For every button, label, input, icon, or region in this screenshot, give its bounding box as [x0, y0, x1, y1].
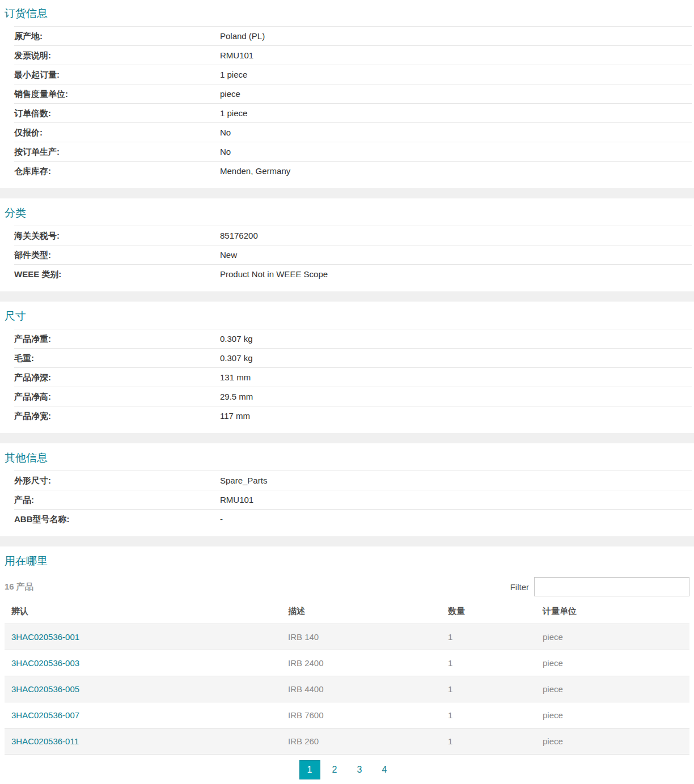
part-number-link[interactable]: 3HAC020536-007 [11, 710, 79, 720]
field-label: 产品净深: [14, 372, 220, 383]
quantity-cell: 1 [448, 728, 543, 755]
section-where-used: 用在哪里 16 产品 Filter 辨认 描述 数量 计量单位 [0, 546, 694, 779]
column-header-quantity: 数量 [448, 599, 543, 624]
table-row: 3HAC020536-011 IRB 260 1 piece [5, 728, 689, 755]
section-title-where-used: 用在哪里 [0, 546, 694, 574]
filter-group: Filter [510, 577, 689, 596]
field-label: 原产地: [14, 31, 220, 41]
description-cell: IRB 260 [288, 728, 448, 755]
field-label: 订单倍数: [14, 108, 220, 118]
detail-row: 最小起订量: 1 piece [14, 65, 692, 84]
filter-label: Filter [510, 582, 529, 592]
detail-row: 海关关税号: 85176200 [14, 226, 692, 245]
detail-row: 外形尺寸: Spare_Parts [14, 471, 692, 490]
description-cell: IRB 7600 [288, 702, 448, 728]
field-label: 毛重: [14, 353, 220, 363]
field-label: 产品净宽: [14, 411, 220, 421]
field-value: 117 mm [220, 411, 692, 421]
detail-row: 仓库库存: Menden, Germany [14, 161, 692, 180]
field-label: 按订单生产: [14, 147, 220, 157]
field-value: 131 mm [220, 372, 692, 383]
section-title-classification: 分类 [0, 198, 694, 226]
part-number-link[interactable]: 3HAC020536-011 [11, 736, 79, 746]
field-value: Poland (PL) [220, 31, 692, 41]
unit-cell: piece [543, 676, 689, 702]
field-label: 海关关税号: [14, 231, 220, 241]
field-label: 部件类型: [14, 250, 220, 260]
field-value: 85176200 [220, 231, 692, 241]
field-value: No [220, 147, 692, 157]
detail-row: 产品净高: 29.5 mm [14, 387, 692, 406]
field-value: Spare_Parts [220, 476, 692, 486]
section-divider [0, 188, 694, 198]
filter-input[interactable] [534, 577, 689, 596]
section-divider [0, 291, 694, 302]
field-label: 产品: [14, 495, 220, 505]
page-button-4[interactable]: 4 [374, 760, 395, 779]
description-cell: IRB 140 [288, 624, 448, 650]
column-header-unit: 计量单位 [543, 599, 689, 624]
where-used-table: 辨认 描述 数量 计量单位 3HAC020536-001 IRB 140 1 p… [5, 599, 689, 755]
field-label: ABB型号名称: [14, 514, 220, 524]
unit-cell: piece [543, 624, 689, 650]
section-divider [0, 433, 694, 443]
product-detail-page: 订货信息 原产地: Poland (PL) 发票说明: RMU101 最小起订量… [0, 0, 694, 784]
field-value: RMU101 [220, 50, 692, 61]
field-label: 最小起订量: [14, 70, 220, 80]
field-value: 1 piece [220, 108, 692, 118]
field-value: 1 piece [220, 70, 692, 80]
page-button-1[interactable]: 1 [299, 760, 320, 779]
field-value: Menden, Germany [220, 166, 692, 176]
quantity-cell: 1 [448, 624, 543, 650]
where-used-toolbar: 16 产品 Filter [0, 576, 694, 597]
field-label: 产品净重: [14, 334, 220, 344]
detail-row: 产品净深: 131 mm [14, 367, 692, 387]
section-classification: 分类 海关关税号: 85176200 部件类型: New WEEE 类别: Pr… [0, 198, 694, 283]
part-number-link[interactable]: 3HAC020536-003 [11, 658, 79, 668]
field-value: RMU101 [220, 495, 692, 505]
table-row: 3HAC020536-005 IRB 4400 1 piece [5, 676, 689, 702]
detail-row: 产品净宽: 117 mm [14, 406, 692, 425]
table-header-row: 辨认 描述 数量 计量单位 [5, 599, 689, 624]
part-number-link[interactable]: 3HAC020536-005 [11, 684, 79, 694]
page-button-2[interactable]: 2 [324, 760, 345, 779]
unit-cell: piece [543, 728, 689, 755]
unit-cell: piece [543, 650, 689, 676]
field-label: 仅报价: [14, 128, 220, 138]
detail-rows: 外形尺寸: Spare_Parts 产品: RMU101 ABB型号名称: - [14, 471, 692, 528]
field-value: piece [220, 89, 692, 99]
detail-row: 产品: RMU101 [14, 490, 692, 509]
field-label: WEEE 类别: [14, 269, 220, 279]
description-cell: IRB 2400 [288, 650, 448, 676]
detail-row: 部件类型: New [14, 245, 692, 264]
table-row: 3HAC020536-001 IRB 140 1 piece [5, 624, 689, 650]
column-header-description: 描述 [288, 599, 448, 624]
field-value: No [220, 128, 692, 138]
detail-row: WEEE 类别: Product Not in WEEE Scope [14, 264, 692, 283]
detail-row: 发票说明: RMU101 [14, 45, 692, 65]
field-value: 29.5 mm [220, 392, 692, 402]
field-value: - [220, 514, 692, 524]
page-button-3[interactable]: 3 [349, 760, 370, 779]
part-number-link[interactable]: 3HAC020536-001 [11, 632, 79, 642]
pagination: 1 2 3 4 [0, 760, 694, 779]
field-label: 仓库库存: [14, 166, 220, 176]
section-title-ordering-info: 订货信息 [0, 0, 694, 26]
detail-row: 毛重: 0.307 kg [14, 348, 692, 367]
table-row: 3HAC020536-007 IRB 7600 1 piece [5, 702, 689, 728]
detail-row: 订单倍数: 1 piece [14, 103, 692, 122]
detail-row: 原产地: Poland (PL) [14, 26, 692, 45]
field-value: 0.307 kg [220, 353, 692, 363]
quantity-cell: 1 [448, 702, 543, 728]
detail-rows: 产品净重: 0.307 kg 毛重: 0.307 kg 产品净深: 131 mm… [14, 329, 692, 425]
field-label: 发票说明: [14, 50, 220, 61]
detail-row: 按订单生产: No [14, 142, 692, 161]
section-ordering-info: 订货信息 原产地: Poland (PL) 发票说明: RMU101 最小起订量… [0, 0, 694, 180]
section-title-other-info: 其他信息 [0, 443, 694, 471]
detail-row: 仅报价: No [14, 122, 692, 142]
field-value: New [220, 250, 692, 260]
detail-rows: 原产地: Poland (PL) 发票说明: RMU101 最小起订量: 1 p… [14, 26, 692, 180]
quantity-cell: 1 [448, 676, 543, 702]
description-cell: IRB 4400 [288, 676, 448, 702]
column-header-identify: 辨认 [5, 599, 288, 624]
